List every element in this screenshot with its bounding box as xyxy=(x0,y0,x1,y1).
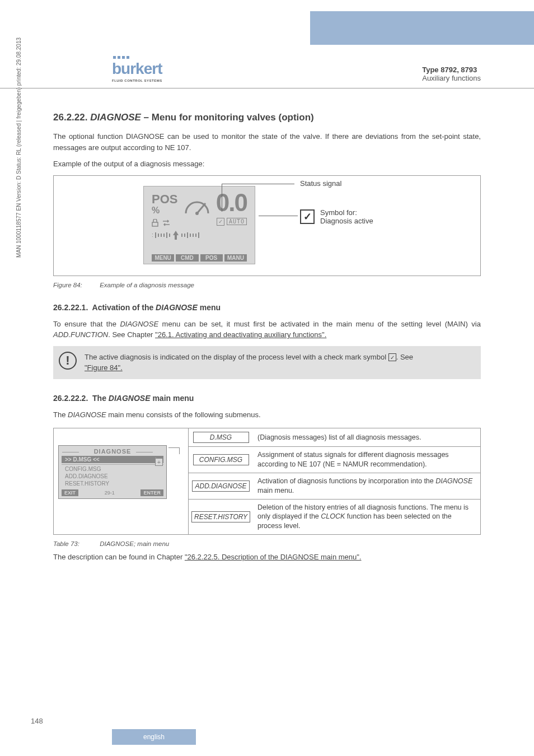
sub1-post: menu xyxy=(198,303,221,312)
page-header: burkert FLUID CONTROL SYSTEMS Type 8792,… xyxy=(0,56,534,88)
bottom-link[interactable]: "26.2.22.5. Description of the DIAGNOSE … xyxy=(185,553,362,561)
sub2-italic: DIAGNOSE xyxy=(109,394,151,403)
table-key: CONFIG.MSG xyxy=(193,454,249,465)
sub1-i2: ADD.FUNCTION xyxy=(53,330,108,339)
table-label: Table 73: xyxy=(53,540,98,547)
swap-icon xyxy=(162,220,171,226)
logo-subtitle: FLUID CONTROL SYSTEMS xyxy=(112,79,162,82)
sub1-heading: 26.2.22.1. Activation of the DIAGNOSE me… xyxy=(53,303,481,312)
menu-table-layout: DIAGNOSE >> D.MSG << ▶ + CONFIG.MSG ADD.… xyxy=(53,428,481,535)
sub1-body: To ensure that the DIAGNOSE menu can be … xyxy=(53,319,481,340)
logo-dots-icon xyxy=(113,56,129,59)
note-link[interactable]: "Figure 84". xyxy=(85,363,123,372)
svg-rect-2 xyxy=(152,222,158,226)
table-row: D.MSG (Diagnosis messages) list of all d… xyxy=(189,428,480,447)
type-line: Type 8792, 8793 xyxy=(422,66,481,74)
table-desc: Deletion of the history entries of all d… xyxy=(253,500,480,535)
menu-btn-exit: EXIT xyxy=(62,489,78,496)
check-icon: ✓ xyxy=(300,209,315,224)
menu-table: D.MSG (Diagnosis messages) list of all d… xyxy=(188,428,480,534)
figure-label: Figure 84: xyxy=(53,282,98,288)
callout-status-label: Status signal xyxy=(300,179,341,188)
menu-btn-enter: ENTER xyxy=(140,489,163,496)
lcd-btn-pos: POS xyxy=(200,254,223,262)
lcd-dial-icon xyxy=(183,197,211,219)
svg-line-0 xyxy=(197,203,205,213)
sub2-intro-pre: The xyxy=(53,410,68,419)
section-heading: 26.2.22. DIAGNOSE – Menu for monitoring … xyxy=(53,112,481,123)
note-box: The active diagnosis is indicated on the… xyxy=(53,346,481,379)
menu-device-column: DIAGNOSE >> D.MSG << ▶ + CONFIG.MSG ADD.… xyxy=(54,428,171,534)
main-content: 26.2.22. DIAGNOSE – Menu for monitoring … xyxy=(53,112,481,568)
bottom-paragraph: The description can be found in Chapter … xyxy=(53,552,481,563)
lcd-btn-menu: MENU xyxy=(152,254,174,262)
table-key: ADD.DIAGNOSE xyxy=(192,480,249,492)
sub2-post: main menu xyxy=(151,394,194,403)
sub2-intro-post: main menu consists of the following subm… xyxy=(106,410,261,419)
menu-plus-icon: + xyxy=(155,458,163,466)
sub1-link[interactable]: "26.1. Activating and deactivating auxil… xyxy=(155,330,326,339)
menu-device: DIAGNOSE >> D.MSG << ▶ + CONFIG.MSG ADD.… xyxy=(58,445,167,499)
menu-item: CONFIG.MSG xyxy=(65,465,160,473)
table-key: RESET.HISTORY xyxy=(191,511,250,522)
lcd-auto-row: ✓ AUTO xyxy=(217,218,247,226)
lcd-pos-label: POS xyxy=(152,192,177,207)
sub2-intro-italic: DIAGNOSE xyxy=(68,410,106,419)
warning-icon xyxy=(59,352,77,370)
note-text-post: . See xyxy=(396,353,413,361)
sub1-t1: To ensure that the xyxy=(53,320,120,328)
menu-device-title: DIAGNOSE xyxy=(59,446,166,456)
lcd-bar-graph-icon: : xyxy=(152,230,247,240)
sub1-pre: Activation of the xyxy=(92,303,156,312)
lcd-percent-label: % xyxy=(152,206,160,216)
table-row: ADD.DIAGNOSE Activation of diagnosis fun… xyxy=(189,473,480,500)
sub2-intro: The DIAGNOSE main menu consists of the f… xyxy=(53,409,481,421)
table-row: CONFIG.MSG Assignment of status signals … xyxy=(189,447,480,473)
sub2-pre: The xyxy=(92,394,109,403)
figure-84-caption: Figure 84: Example of a diagnosis messag… xyxy=(53,282,481,288)
svg-point-1 xyxy=(195,212,199,215)
intro-paragraph: The optional function DIAGNOSE can be us… xyxy=(53,131,481,153)
lcd-auto-label: AUTO xyxy=(227,218,247,225)
callout-symbol: ✓ Symbol for: Diagnosis active xyxy=(300,208,373,225)
callout-line-icon xyxy=(259,216,298,216)
menu-selected-text: >> D.MSG << xyxy=(65,456,100,463)
menu-items-list: CONFIG.MSG ADD.DIAGNOSE RESET.HISTORY xyxy=(62,464,163,488)
table-73-caption: Table 73: DIAGNOSE; main menu xyxy=(53,540,481,547)
inline-check-icon: ✓ xyxy=(388,353,396,361)
figure-text: Example of a diagnosis message xyxy=(100,282,194,288)
aux-line: Auxiliary functions xyxy=(422,74,481,82)
callout-symbol-line1: Symbol for: xyxy=(320,208,373,217)
sub1-italic: DIAGNOSE xyxy=(156,303,198,312)
section-heading-italic: DIAGNOSE xyxy=(90,112,141,123)
table-row: RESET.HISTORY Deletion of the history en… xyxy=(189,500,480,535)
callout-symbol-line2: Diagnosis active xyxy=(320,217,373,225)
menu-button-row: EXIT 29-1 ENTER xyxy=(59,488,166,498)
menu-btn-mid: 29-1 xyxy=(79,490,139,496)
table-key: D.MSG xyxy=(193,432,249,443)
callout-line-icon xyxy=(222,184,294,212)
footer-language: english xyxy=(112,729,196,745)
note-text-pre: The active diagnosis is indicated on the… xyxy=(85,353,388,361)
table-desc: (Diagnosis messages) list of all diagnos… xyxy=(253,430,480,446)
sub1-t2: menu can be set, it must first be activa… xyxy=(158,320,481,328)
table-text: DIAGNOSE; main menu xyxy=(100,540,169,547)
header-color-band xyxy=(310,11,534,45)
menu-selected-item: >> D.MSG << ▶ xyxy=(62,456,163,463)
example-line: Example of the output of a diagnosis mes… xyxy=(53,158,481,170)
sub2-heading: 26.2.22.2. The DIAGNOSE main menu xyxy=(53,394,481,403)
lcd-btn-manu: MANU xyxy=(224,254,247,262)
logo-name: burkert xyxy=(112,60,162,78)
bottom-pre: The description can be found in Chapter xyxy=(53,553,185,561)
sub1-number: 26.2.22.1. xyxy=(53,303,88,312)
lcd-diagram: POS % 0.0 ✓ AUTO : xyxy=(53,175,481,276)
section-heading-rest: – Menu for monitoring valves (option) xyxy=(141,112,314,123)
table-desc: Assignment of status signals for differe… xyxy=(253,447,480,473)
page-number: 148 xyxy=(31,717,43,725)
sub1-i1: DIAGNOSE xyxy=(120,320,158,328)
connector-line-icon xyxy=(168,447,180,454)
brand-logo: burkert FLUID CONTROL SYSTEMS xyxy=(112,56,162,82)
sub2-number: 26.2.22.2. xyxy=(53,394,88,403)
menu-item: ADD.DIAGNOSE xyxy=(65,473,160,480)
header-text-block: Type 8792, 8793 Auxiliary functions xyxy=(422,66,481,82)
